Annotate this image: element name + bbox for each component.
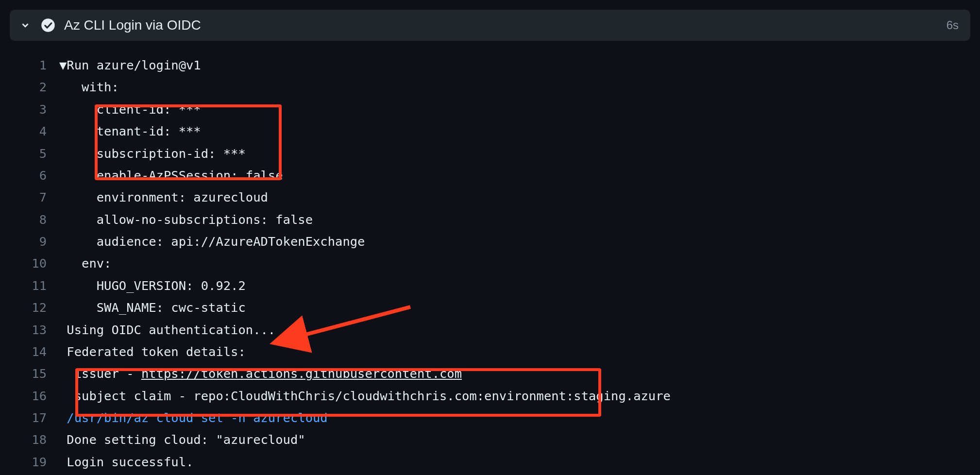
line-number: 10 xyxy=(10,253,59,274)
line-content: allow-no-subscriptions: false xyxy=(59,209,313,231)
log-text: Done setting cloud: "azurecloud" xyxy=(67,432,305,447)
line-number: 17 xyxy=(10,407,59,429)
log-line: 1▼Run azure/login@v1 xyxy=(10,54,970,76)
line-content: with: xyxy=(59,76,119,98)
log-text: audience: api://AzureADTokenExchange xyxy=(97,234,365,249)
check-circle-icon xyxy=(41,18,55,33)
line-content: tenant-id: *** xyxy=(59,120,201,142)
log-line: 2 with: xyxy=(10,76,970,98)
log-link[interactable]: https://token.actions.githubusercontent.… xyxy=(141,366,462,381)
line-number: 14 xyxy=(10,341,59,363)
log-line: 18 Done setting cloud: "azurecloud" xyxy=(10,429,970,451)
chevron-down-icon[interactable] xyxy=(18,18,32,32)
line-content: Using OIDC authentication... xyxy=(59,319,275,341)
log-text: issuer - xyxy=(67,366,141,381)
log-text: subscription-id: *** xyxy=(97,146,246,161)
log-output: 1▼Run azure/login@v12 with:3 client-id: … xyxy=(10,54,970,473)
log-text: Run azure/login@v1 xyxy=(67,58,201,72)
log-line: 6 enable-AzPSSession: false xyxy=(10,165,970,187)
line-content: client-id: *** xyxy=(59,99,201,120)
line-content: audience: api://AzureADTokenExchange xyxy=(59,231,365,253)
line-number: 8 xyxy=(10,209,59,231)
log-line: 12 SWA_NAME: cwc-static xyxy=(10,297,970,319)
line-content: SWA_NAME: cwc-static xyxy=(59,297,246,319)
line-number: 4 xyxy=(10,120,59,142)
log-line: 11 HUGO_VERSION: 0.92.2 xyxy=(10,275,970,297)
log-line: 19 Login successful. xyxy=(10,451,970,473)
line-content: Login successful. xyxy=(59,451,193,473)
line-number: 18 xyxy=(10,429,59,451)
log-text: client-id: *** xyxy=(97,102,201,117)
log-line: 3 client-id: *** xyxy=(10,99,970,120)
log-line: 9 audience: api://AzureADTokenExchange xyxy=(10,231,970,253)
log-line: 4 tenant-id: *** xyxy=(10,120,970,142)
log-line: 14 Federated token details: xyxy=(10,341,970,363)
line-number: 19 xyxy=(10,451,59,473)
line-number: 1 xyxy=(10,54,59,76)
log-line: 8 allow-no-subscriptions: false xyxy=(10,209,970,231)
line-content: env: xyxy=(59,253,111,274)
log-line: 15 issuer - https://token.actions.github… xyxy=(10,363,970,385)
line-number: 15 xyxy=(10,363,59,385)
log-command: /usr/bin/az cloud set -n azurecloud xyxy=(67,410,327,425)
log-text: Login successful. xyxy=(67,455,193,469)
log-line: 7 environment: azurecloud xyxy=(10,187,970,208)
line-number: 11 xyxy=(10,275,59,297)
workflow-step-header[interactable]: Az CLI Login via OIDC 6s xyxy=(10,10,970,41)
line-content: issuer - https://token.actions.githubuse… xyxy=(59,363,462,385)
log-text: SWA_NAME: cwc-static xyxy=(97,300,246,315)
svg-point-0 xyxy=(41,18,55,32)
log-text: environment: azurecloud xyxy=(97,190,268,204)
line-content: Done setting cloud: "azurecloud" xyxy=(59,429,305,451)
line-number: 3 xyxy=(10,99,59,120)
line-number: 2 xyxy=(10,76,59,98)
log-text: Federated token details: xyxy=(67,344,253,359)
line-number: 5 xyxy=(10,143,59,165)
line-content: /usr/bin/az cloud set -n azurecloud xyxy=(59,407,328,429)
line-content: environment: azurecloud xyxy=(59,187,268,208)
log-line: 16 subject claim - repo:CloudWithChris/c… xyxy=(10,385,970,407)
line-content: Federated token details: xyxy=(59,341,253,363)
log-text: allow-no-subscriptions: false xyxy=(97,212,313,227)
log-line: 5 subscription-id: *** xyxy=(10,143,970,165)
line-number: 9 xyxy=(10,231,59,253)
log-text: Using OIDC authentication... xyxy=(67,322,275,337)
log-text: subject claim - repo:CloudWithChris/clou… xyxy=(67,389,671,403)
line-content: enable-AzPSSession: false xyxy=(59,165,283,187)
line-content: HUGO_VERSION: 0.92.2 xyxy=(59,275,246,297)
line-content: subscription-id: *** xyxy=(59,143,246,165)
line-content: ▼Run azure/login@v1 xyxy=(59,54,201,76)
log-line: 10 env: xyxy=(10,253,970,274)
log-text: HUGO_VERSION: 0.92.2 xyxy=(97,278,246,293)
line-number: 16 xyxy=(10,385,59,407)
step-duration: 6s xyxy=(946,18,959,32)
log-text: with: xyxy=(82,80,119,94)
log-text: enable-AzPSSession: false xyxy=(97,168,283,183)
line-number: 6 xyxy=(10,165,59,187)
step-title: Az CLI Login via OIDC xyxy=(64,17,938,33)
line-content: subject claim - repo:CloudWithChris/clou… xyxy=(59,385,671,407)
log-line: 17 /usr/bin/az cloud set -n azurecloud xyxy=(10,407,970,429)
line-number: 12 xyxy=(10,297,59,319)
line-number: 7 xyxy=(10,187,59,208)
log-text: env: xyxy=(82,256,111,271)
line-number: 13 xyxy=(10,319,59,341)
log-line: 13 Using OIDC authentication... xyxy=(10,319,970,341)
log-text: tenant-id: *** xyxy=(97,124,201,138)
